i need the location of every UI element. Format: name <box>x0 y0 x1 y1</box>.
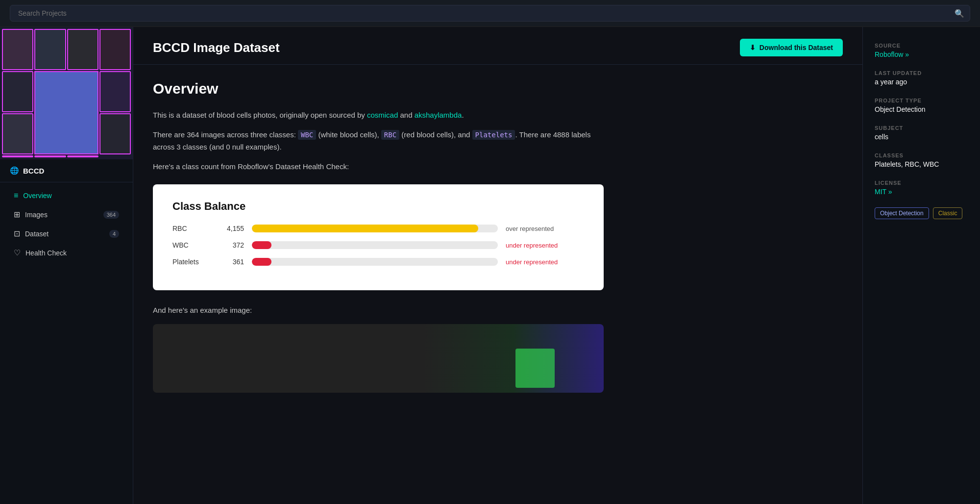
chart-row-platelets: Platelets 361 under represented <box>172 258 584 266</box>
license-label: LICENSE <box>875 180 968 186</box>
chart-bar-wrap-wbc <box>252 241 498 249</box>
sidebar-item-overview[interactable]: ≡ Overview <box>4 186 129 205</box>
project-type-value: Object Detection <box>875 105 968 113</box>
meta-source: SOURCE Roboflow » <box>875 43 968 58</box>
overview-icon: ≡ <box>14 191 18 200</box>
download-button[interactable]: ⬇ Download this Dataset <box>740 39 843 56</box>
chart-status-platelets: under represented <box>506 258 584 266</box>
overview-paragraph-1: This is a dataset of blood cells photos,… <box>153 109 604 122</box>
project-name-label: BCCD <box>23 167 44 175</box>
sidebar-item-health-check[interactable]: ♡ Health Check <box>4 243 129 262</box>
search-input[interactable] <box>10 5 970 22</box>
nav-item-label: Health Check <box>25 249 67 257</box>
wbc-code-tag: WBC <box>298 130 316 140</box>
sidebar-nav: ≡ Overview ⊞ Images 364 ⊡ Dataset 4 ♡ He… <box>0 182 133 504</box>
content-area: BCCD Image Dataset ⬇ Download this Datas… <box>133 27 862 504</box>
top-bar: 🔍 <box>0 0 980 27</box>
rbc-code-tag: RBC <box>381 130 399 140</box>
images-badge: 364 <box>103 211 119 219</box>
classes-value: Platelets, RBC, WBC <box>875 160 968 168</box>
tag-classic[interactable]: Classic <box>933 207 963 219</box>
chart-row-rbc: RBC 4,155 over represented <box>172 225 584 232</box>
nav-item-label: Overview <box>23 192 51 200</box>
overview-section-title: Overview <box>153 80 604 97</box>
sidebar-project-name: 🌐 BCCD <box>0 159 133 182</box>
chart-bar-rbc <box>252 225 478 232</box>
search-icon: 🔍 <box>955 9 964 18</box>
download-icon: ⬇ <box>750 44 756 51</box>
health-check-icon: ♡ <box>14 248 21 257</box>
page-content: Overview This is a dataset of blood cell… <box>133 65 623 408</box>
chart-status-rbc: over represented <box>506 225 584 232</box>
chart-count-wbc: 372 <box>220 241 244 249</box>
sidebar-image <box>0 27 133 159</box>
chart-label-wbc: WBC <box>172 241 212 249</box>
source-link[interactable]: Roboflow » <box>875 50 968 58</box>
chart-row-wbc: WBC 372 under represented <box>172 241 584 249</box>
meta-license: LICENSE MIT » <box>875 180 968 196</box>
chart-bar-platelets <box>252 258 271 266</box>
nav-item-label: Images <box>25 211 48 219</box>
last-updated-label: LAST UPDATED <box>875 70 968 76</box>
page-header: BCCD Image Dataset ⬇ Download this Datas… <box>133 27 862 65</box>
overview-paragraph-3: Here's a class count from Roboflow's Dat… <box>153 160 604 173</box>
images-icon: ⊞ <box>14 210 20 219</box>
overview-paragraph-2: There are 364 images across three classe… <box>153 128 604 153</box>
platelets-code-tag: Platelets <box>472 130 515 140</box>
chart-count-platelets: 361 <box>220 258 244 266</box>
chart-count-rbc: 4,155 <box>220 225 244 232</box>
sidebar-item-images[interactable]: ⊞ Images 364 <box>4 205 129 224</box>
tags-container: Object Detection Classic <box>875 207 968 219</box>
tag-object-detection[interactable]: Object Detection <box>875 207 929 219</box>
dataset-badge: 4 <box>109 230 119 238</box>
main-layout: 🌐 BCCD ≡ Overview ⊞ Images 364 ⊡ Dataset… <box>0 27 980 504</box>
subject-value: cells <box>875 133 968 141</box>
cosmicad-link[interactable]: cosmicad <box>367 111 398 119</box>
classes-label: CLASSES <box>875 152 968 158</box>
globe-icon: 🌐 <box>10 166 19 175</box>
source-label: SOURCE <box>875 43 968 49</box>
meta-last-updated: LAST UPDATED a year ago <box>875 70 968 86</box>
last-updated-value: a year ago <box>875 78 968 86</box>
example-image <box>153 324 604 393</box>
example-text: And here's an example image: <box>153 306 604 314</box>
meta-project-type: PROJECT TYPE Object Detection <box>875 98 968 113</box>
download-button-label: Download this Dataset <box>760 44 833 51</box>
chart-label-rbc: RBC <box>172 225 212 232</box>
right-panel: SOURCE Roboflow » LAST UPDATED a year ag… <box>862 27 980 504</box>
chart-container: Class Balance RBC 4,155 over represented… <box>153 184 604 290</box>
sidebar-item-dataset[interactable]: ⊡ Dataset 4 <box>4 224 129 243</box>
chart-bar-wrap-rbc <box>252 225 498 232</box>
subject-label: SUBJECT <box>875 125 968 131</box>
dataset-icon: ⊡ <box>14 229 20 238</box>
page-title: BCCD Image Dataset <box>153 40 280 55</box>
license-link[interactable]: MIT » <box>875 188 968 196</box>
project-type-label: PROJECT TYPE <box>875 98 968 103</box>
nav-item-label: Dataset <box>25 230 49 238</box>
meta-classes: CLASSES Platelets, RBC, WBC <box>875 152 968 168</box>
chart-bar-wrap-platelets <box>252 258 498 266</box>
chart-status-wbc: under represented <box>506 242 584 249</box>
chart-bar-wbc <box>252 241 271 249</box>
meta-subject: SUBJECT cells <box>875 125 968 141</box>
sidebar: 🌐 BCCD ≡ Overview ⊞ Images 364 ⊡ Dataset… <box>0 27 133 504</box>
chart-title: Class Balance <box>172 200 584 213</box>
akshaylambda-link[interactable]: akshaylambda <box>415 111 462 119</box>
chart-label-platelets: Platelets <box>172 258 212 266</box>
